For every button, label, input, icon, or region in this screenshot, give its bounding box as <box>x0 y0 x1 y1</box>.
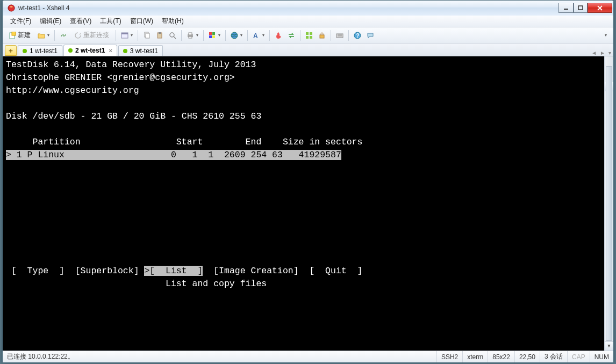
statusbar: 已连接 10.0.0.122:22。 SSH2 xterm 85x22 22,5… <box>3 351 613 362</box>
terminal[interactable]: TestDisk 6.14, Data Recovery Utility, Ju… <box>3 56 613 351</box>
transfer-icon <box>288 32 295 39</box>
copy-icon <box>143 32 151 39</box>
tab-prev-button[interactable]: ◄ <box>591 50 597 56</box>
font-button[interactable]: A▾ <box>250 30 267 41</box>
minimize-button[interactable] <box>558 3 574 13</box>
font-icon: A <box>253 32 260 39</box>
open-button[interactable]: ▾ <box>35 30 52 41</box>
status-connection: 已连接 10.0.0.122:22。 <box>3 351 437 362</box>
reconnect-button[interactable]: 重新连接 <box>70 30 113 41</box>
status-dot-icon <box>123 49 127 53</box>
link-icon <box>60 32 67 39</box>
terminal-scrollbar[interactable]: ▲ ▼ <box>604 56 613 351</box>
partition-header: Partition Start End Size in sectors <box>6 137 362 147</box>
svg-rect-25 <box>310 36 312 39</box>
print-button[interactable]: ▾ <box>184 30 200 41</box>
menu-options-post: [Image Creation] [ Quit ] <box>203 266 368 276</box>
svg-rect-19 <box>212 35 215 38</box>
menu-hint: List and copy files <box>6 279 267 289</box>
folder-icon <box>38 32 45 39</box>
paste-icon <box>156 32 163 39</box>
tab-list-button[interactable]: ▾ <box>608 50 611 56</box>
svg-rect-8 <box>146 33 149 38</box>
script-button[interactable] <box>273 30 284 41</box>
svg-point-0 <box>8 5 15 11</box>
menu-file[interactable]: 文件(F) <box>6 16 35 27</box>
status-term-type: xterm <box>463 351 488 362</box>
paste-button[interactable] <box>154 30 166 41</box>
svg-rect-2 <box>578 6 583 10</box>
fire-icon <box>275 32 282 39</box>
scroll-thumb[interactable] <box>606 66 612 341</box>
globe-icon <box>231 32 238 39</box>
keyboard-button[interactable] <box>334 30 346 41</box>
props-button[interactable]: ▾ <box>119 30 135 41</box>
svg-rect-10 <box>159 32 161 34</box>
menu-help[interactable]: 帮助(H) <box>157 16 188 27</box>
status-protocol: SSH2 <box>437 351 463 362</box>
maximize-button[interactable] <box>574 3 588 13</box>
toolbar-menu[interactable]: ▾ <box>599 30 611 41</box>
svg-rect-16 <box>209 32 212 35</box>
chat-button[interactable] <box>364 30 376 41</box>
menu-options-pre: [ Type ] [Superblock] <box>6 266 144 276</box>
link-button[interactable] <box>58 30 69 41</box>
terminal-line: Christophe GRENIER <grenier@cgsecurity.o… <box>6 72 235 83</box>
menu-view[interactable]: 查看(V) <box>66 16 96 27</box>
reconnect-button-label: 重新连接 <box>83 31 109 40</box>
app-window: wt-test1 - Xshell 4 文件(F) 编辑(E) 查看(V) 工具… <box>2 0 614 363</box>
transfer-button[interactable] <box>285 30 297 41</box>
tab-3[interactable]: 3 wt-test1 <box>118 45 163 56</box>
tab-label: 3 wt-test1 <box>130 47 158 55</box>
tab-2[interactable]: 2 wt-test1 × <box>63 45 117 56</box>
close-button[interactable] <box>588 3 612 13</box>
tab-close-button[interactable]: × <box>109 47 112 54</box>
grid-icon <box>305 32 313 39</box>
svg-rect-4 <box>12 32 16 35</box>
svg-rect-22 <box>306 32 309 35</box>
status-session-count: 3 会话 <box>540 351 568 362</box>
colors-button[interactable]: ▾ <box>206 30 223 41</box>
svg-rect-26 <box>320 35 324 38</box>
status-capslock: CAP <box>568 351 590 362</box>
scroll-down-button[interactable]: ▼ <box>605 341 613 351</box>
printer-icon <box>187 32 194 39</box>
menubar: 文件(F) 编辑(E) 查看(V) 工具(T) 窗口(W) 帮助(H) <box>3 16 613 27</box>
window-title: wt-test1 - Xshell 4 <box>18 4 69 12</box>
svg-rect-14 <box>189 33 192 35</box>
menu-edit[interactable]: 编辑(E) <box>35 16 66 27</box>
tile-button[interactable] <box>303 30 315 41</box>
tab-next-button[interactable]: ► <box>600 50 605 56</box>
tab-nav: ◄ ► ▾ <box>591 50 613 56</box>
app-icon <box>7 4 16 12</box>
new-button[interactable]: 新建 <box>5 30 34 41</box>
terminal-line: Disk /dev/sdb - 21 GB / 20 GiB - CHS 261… <box>6 111 261 121</box>
new-button-label: 新建 <box>18 31 31 40</box>
lock-button[interactable] <box>316 30 328 41</box>
partition-row-selected: > 1 P Linux 0 1 1 2609 254 63 41929587 <box>6 150 341 160</box>
svg-rect-6 <box>121 33 128 34</box>
lang-button[interactable]: ▾ <box>228 30 245 41</box>
help-button[interactable]: ? <box>352 30 363 41</box>
help-icon: ? <box>354 32 361 39</box>
svg-text:A: A <box>253 32 258 39</box>
titlebar[interactable]: wt-test1 - Xshell 4 <box>3 1 613 16</box>
menu-window[interactable]: 窗口(W) <box>126 16 157 27</box>
tab-add-button[interactable]: ＋ <box>5 45 17 56</box>
tab-label: 2 wt-test1 <box>75 47 105 54</box>
search-icon <box>169 32 176 39</box>
toolbar: 新建 ▾ 重新连接 ▾ ▾ ▾ ▾ A▾ ? ▾ <box>3 27 613 43</box>
terminal-line: http://www.cgsecurity.org <box>6 85 139 96</box>
props-icon <box>121 32 128 39</box>
svg-rect-1 <box>564 9 568 10</box>
copy-button[interactable] <box>141 30 153 41</box>
tabstrip: ＋ 1 wt-test1 2 wt-test1 × 3 wt-test1 ◄ ►… <box>3 43 613 56</box>
tab-1[interactable]: 1 wt-test1 <box>18 45 62 56</box>
status-dot-icon <box>68 48 73 53</box>
svg-rect-18 <box>209 35 212 38</box>
bubble-icon <box>367 32 374 39</box>
menu-tools[interactable]: 工具(T) <box>96 16 125 27</box>
status-numlock: NUM <box>590 351 613 362</box>
find-button[interactable] <box>167 30 178 41</box>
svg-text:?: ? <box>356 33 360 39</box>
